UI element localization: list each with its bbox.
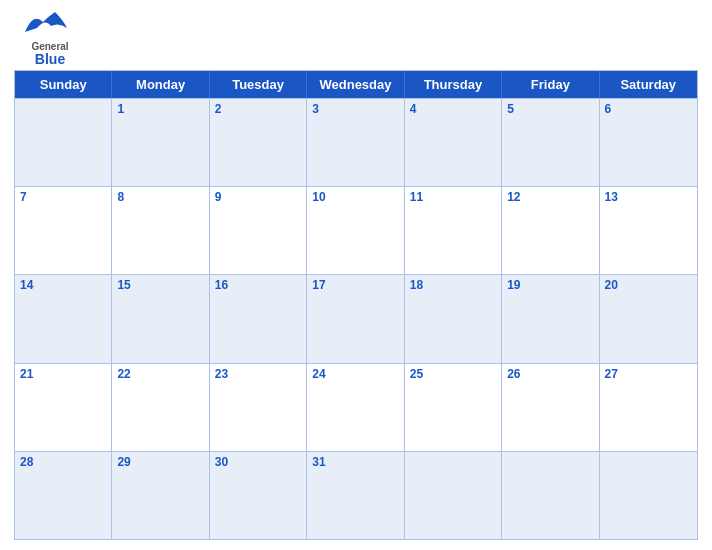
calendar-day-25: 25 <box>405 364 502 451</box>
calendar-week-0: 123456 <box>15 98 697 186</box>
logo-svg <box>23 10 77 42</box>
calendar-day-27: 27 <box>600 364 697 451</box>
calendar-day-22: 22 <box>112 364 209 451</box>
day-number: 14 <box>20 278 106 292</box>
day-number: 2 <box>215 102 301 116</box>
calendar-week-4: 28293031 <box>15 451 697 539</box>
day-header-wednesday: Wednesday <box>307 71 404 98</box>
day-header-tuesday: Tuesday <box>210 71 307 98</box>
calendar-day-15: 15 <box>112 275 209 362</box>
day-number: 8 <box>117 190 203 204</box>
calendar-day-6: 6 <box>600 99 697 186</box>
calendar-day-17: 17 <box>307 275 404 362</box>
day-header-friday: Friday <box>502 71 599 98</box>
day-number: 30 <box>215 455 301 469</box>
day-number: 3 <box>312 102 398 116</box>
day-number: 5 <box>507 102 593 116</box>
day-number: 10 <box>312 190 398 204</box>
day-number: 25 <box>410 367 496 381</box>
calendar-grid: SundayMondayTuesdayWednesdayThursdayFrid… <box>14 70 698 540</box>
day-number: 1 <box>117 102 203 116</box>
calendar-day-7: 7 <box>15 187 112 274</box>
day-number: 15 <box>117 278 203 292</box>
calendar-day-1: 1 <box>112 99 209 186</box>
calendar-day-26: 26 <box>502 364 599 451</box>
calendar-header: SundayMondayTuesdayWednesdayThursdayFrid… <box>15 71 697 98</box>
page-header: GeneralBlue <box>14 10 698 66</box>
calendar-day-5: 5 <box>502 99 599 186</box>
calendar-day-empty <box>600 452 697 539</box>
calendar-day-20: 20 <box>600 275 697 362</box>
calendar-day-13: 13 <box>600 187 697 274</box>
calendar-body: 1234567891011121314151617181920212223242… <box>15 98 697 539</box>
day-number: 22 <box>117 367 203 381</box>
calendar-day-19: 19 <box>502 275 599 362</box>
day-number: 4 <box>410 102 496 116</box>
day-number: 16 <box>215 278 301 292</box>
logo-blue-text: Blue <box>31 52 68 66</box>
day-number: 19 <box>507 278 593 292</box>
day-number: 21 <box>20 367 106 381</box>
calendar-day-31: 31 <box>307 452 404 539</box>
day-number: 29 <box>117 455 203 469</box>
generalblue-logo: GeneralBlue <box>14 10 86 66</box>
day-header-sunday: Sunday <box>15 71 112 98</box>
calendar-page: GeneralBlue SundayMondayTuesdayWednesday… <box>0 0 712 550</box>
day-header-thursday: Thursday <box>405 71 502 98</box>
calendar-day-empty <box>405 452 502 539</box>
day-number: 18 <box>410 278 496 292</box>
calendar-day-4: 4 <box>405 99 502 186</box>
calendar-week-1: 78910111213 <box>15 186 697 274</box>
day-header-saturday: Saturday <box>600 71 697 98</box>
day-number: 13 <box>605 190 692 204</box>
calendar-day-23: 23 <box>210 364 307 451</box>
day-number: 20 <box>605 278 692 292</box>
day-number: 23 <box>215 367 301 381</box>
day-number: 6 <box>605 102 692 116</box>
calendar-day-11: 11 <box>405 187 502 274</box>
calendar-day-empty <box>502 452 599 539</box>
calendar-day-21: 21 <box>15 364 112 451</box>
calendar-day-10: 10 <box>307 187 404 274</box>
day-number: 31 <box>312 455 398 469</box>
day-number: 11 <box>410 190 496 204</box>
day-number: 17 <box>312 278 398 292</box>
day-number: 12 <box>507 190 593 204</box>
calendar-day-empty <box>15 99 112 186</box>
calendar-week-2: 14151617181920 <box>15 274 697 362</box>
calendar-day-18: 18 <box>405 275 502 362</box>
day-number: 7 <box>20 190 106 204</box>
calendar-day-14: 14 <box>15 275 112 362</box>
day-number: 27 <box>605 367 692 381</box>
calendar-day-24: 24 <box>307 364 404 451</box>
calendar-day-3: 3 <box>307 99 404 186</box>
day-number: 24 <box>312 367 398 381</box>
calendar-day-16: 16 <box>210 275 307 362</box>
calendar-week-3: 21222324252627 <box>15 363 697 451</box>
day-header-monday: Monday <box>112 71 209 98</box>
day-number: 28 <box>20 455 106 469</box>
day-number: 26 <box>507 367 593 381</box>
calendar-day-2: 2 <box>210 99 307 186</box>
calendar-day-30: 30 <box>210 452 307 539</box>
calendar-day-29: 29 <box>112 452 209 539</box>
calendar-day-8: 8 <box>112 187 209 274</box>
calendar-day-28: 28 <box>15 452 112 539</box>
day-number: 9 <box>215 190 301 204</box>
calendar-day-9: 9 <box>210 187 307 274</box>
calendar-day-12: 12 <box>502 187 599 274</box>
